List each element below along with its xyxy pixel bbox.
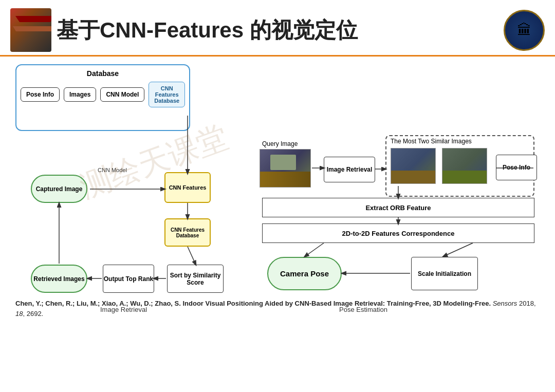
pose-info-right-box: Pose Info	[496, 155, 537, 180]
scale-init-box: Scale Initialization	[411, 257, 478, 290]
extract-orb-box: Extract ORB Feature	[262, 198, 534, 217]
camera-pose-box: Camera Pose	[267, 257, 342, 290]
output-top-rank-box: Output Top Rank	[103, 265, 154, 293]
database-title: Database	[21, 69, 185, 78]
pose-info-box: Pose Info	[21, 87, 60, 102]
query-image-box	[260, 149, 311, 188]
retrieved-images-box: Retrieved Images	[31, 265, 87, 293]
similar-images-label: The Most Two Similar Images	[391, 138, 472, 145]
similar-image-1	[391, 148, 436, 184]
cnn-features-db-yellow-box: CNN FeaturesDatabase	[164, 218, 211, 247]
similar-image-2	[442, 148, 487, 184]
university-logo	[504, 10, 545, 51]
header: 基于CNN-Features 的视觉定位	[0, 0, 555, 57]
sort-similarity-box: Sort by Similarity Score	[167, 265, 224, 293]
scale-init-label: Scale Initialization	[418, 270, 471, 277]
sort-similarity-label: Sort by Similarity Score	[168, 272, 223, 286]
cnn-model-label: CNN Model	[98, 167, 127, 173]
image-retrieval-box: Image Retrieval	[324, 157, 375, 182]
two-d-box: 2D-to-2D Features Correspondence	[262, 223, 534, 243]
cnn-features-db-label: CNN FeaturesDatabase	[171, 227, 205, 238]
query-image-label: Query Image	[262, 140, 298, 147]
cnn-features-yellow-box: CNN Features	[164, 172, 211, 203]
building-decoration	[10, 8, 51, 52]
retrieved-images-label: Retrieved Images	[33, 275, 84, 283]
cnn-features-db-box: CNN FeaturesDatabase	[149, 82, 185, 107]
svg-line-11	[306, 243, 324, 256]
citation: Chen, Y.; Chen, R.; Liu, M.; Xiao, A.; W…	[15, 298, 540, 319]
captured-image-label: Captured Image	[36, 185, 83, 193]
page-title: 基于CNN-Features 的视觉定位	[57, 16, 504, 45]
cnn-model-box: CNN Model	[100, 87, 144, 102]
image-retrieval-label: Image Retrieval	[327, 166, 373, 173]
citation-text: Chen, Y.; Chen, R.; Liu, M.; Xiao, A.; W…	[15, 300, 536, 318]
diagram: 测绘天课堂 Database Pose Info Images CNN Mode…	[15, 64, 540, 321]
database-inner: Pose Info Images CNN Model CNN FeaturesD…	[21, 82, 185, 107]
cnn-features-label: CNN Features	[169, 184, 207, 191]
svg-line-12	[445, 243, 473, 256]
output-top-rank-label: Output Top Rank	[104, 275, 153, 283]
captured-image-box: Captured Image	[31, 175, 87, 203]
svg-line-3	[188, 247, 195, 264]
database-box: Database Pose Info Images CNN Model CNN …	[15, 64, 190, 131]
images-box: Images	[64, 87, 96, 102]
main-content: 测绘天课堂 Database Pose Info Images CNN Mode…	[0, 57, 555, 329]
